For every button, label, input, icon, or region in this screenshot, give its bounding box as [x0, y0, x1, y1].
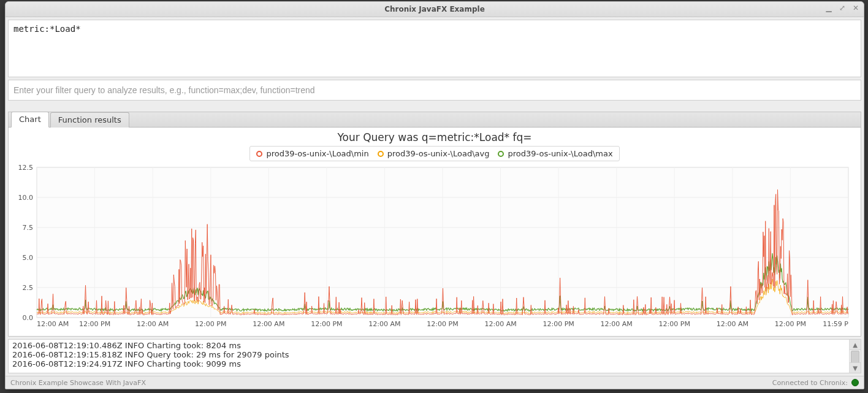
svg-text:12:00 PM: 12:00 PM	[427, 320, 458, 328]
svg-text:12:00 AM: 12:00 AM	[484, 320, 516, 328]
window-controls: ▁ ⤢ ✕	[824, 4, 860, 12]
chart-panel: Your Query was q=metric:*Load* fq= prod3…	[8, 128, 861, 337]
svg-text:5.0: 5.0	[23, 254, 34, 262]
legend-label: prod39-os-unix-\Load\max	[508, 149, 612, 158]
svg-text:12:00 PM: 12:00 PM	[775, 320, 806, 328]
status-left: Chronix Example Showcase With JavaFX	[10, 379, 146, 387]
titlebar: Chronix JavaFX Example ▁ ⤢ ✕	[6, 2, 864, 17]
legend-swatch-icon	[378, 151, 384, 157]
chart-legend: prod39-os-unix-\Load\min prod39-os-unix-…	[249, 146, 619, 161]
status-right: Connected to Chronix:	[772, 379, 859, 387]
status-bar: Chronix Example Showcase With JavaFX Con…	[6, 376, 864, 389]
svg-text:10.0: 10.0	[18, 194, 34, 202]
tabs-strip: Chart Function results	[8, 112, 861, 128]
svg-text:12:00 PM: 12:00 PM	[195, 320, 226, 328]
tab-chart[interactable]: Chart	[11, 112, 49, 128]
legend-item-avg: prod39-os-unix-\Load\avg	[378, 149, 490, 158]
minimize-icon[interactable]: ▁	[824, 4, 833, 12]
window-title: Chronix JavaFX Example	[384, 5, 485, 13]
scroll-down-icon[interactable]: ▼	[850, 362, 861, 373]
log-panel: 2016-06-08T12:19:10.486Z INFO Charting t…	[8, 339, 861, 373]
legend-swatch-icon	[256, 151, 262, 157]
content-area: Chart Function results Your Query was q=…	[6, 17, 864, 389]
chart-plot[interactable]: 0.02.55.07.510.012.512:00 AM12:00 PM12:0…	[15, 165, 855, 332]
close-icon[interactable]: ✕	[851, 4, 860, 12]
svg-text:7.5: 7.5	[23, 224, 34, 232]
legend-label: prod39-os-unix-\Load\avg	[387, 149, 490, 158]
spacer	[6, 101, 864, 112]
svg-text:0.0: 0.0	[23, 314, 34, 322]
svg-text:12:00 AM: 12:00 AM	[137, 320, 169, 328]
svg-text:12:00 AM: 12:00 AM	[368, 320, 400, 328]
svg-text:12:00 PM: 12:00 PM	[542, 320, 574, 328]
svg-text:12:00 AM: 12:00 AM	[601, 320, 633, 328]
svg-text:12.5: 12.5	[18, 165, 34, 172]
legend-item-min: prod39-os-unix-\Load\min	[256, 149, 368, 158]
legend-label: prod39-os-unix-\Load\min	[266, 149, 368, 158]
svg-text:12:00 AM: 12:00 AM	[37, 320, 69, 328]
svg-text:12:00 PM: 12:00 PM	[79, 320, 110, 328]
tab-function-results[interactable]: Function results	[50, 112, 129, 128]
svg-text:11:59 P: 11:59 P	[823, 320, 848, 328]
legend-swatch-icon	[498, 151, 504, 157]
chart-title: Your Query was q=metric:*Load* fq=	[15, 131, 855, 143]
filter-input[interactable]	[8, 80, 861, 101]
status-indicator-icon	[851, 379, 859, 386]
app-window: Chronix JavaFX Example ▁ ⤢ ✕ Chart Funct…	[5, 1, 864, 389]
log-output: 2016-06-08T12:19:10.486Z INFO Charting t…	[9, 340, 849, 373]
svg-text:12:00 PM: 12:00 PM	[659, 320, 690, 328]
maximize-icon[interactable]: ⤢	[838, 4, 847, 12]
svg-text:12:00 AM: 12:00 AM	[253, 320, 284, 328]
svg-text:12:00 PM: 12:00 PM	[311, 320, 342, 328]
legend-item-max: prod39-os-unix-\Load\max	[498, 149, 612, 158]
status-connection-label: Connected to Chronix:	[772, 379, 848, 387]
scroll-up-icon[interactable]: ▲	[850, 340, 861, 350]
svg-text:12:00 AM: 12:00 AM	[717, 320, 748, 328]
scroll-thumb[interactable]	[851, 351, 859, 363]
svg-text:2.5: 2.5	[23, 284, 34, 292]
log-scrollbar[interactable]: ▲ ▼	[849, 340, 861, 373]
query-input[interactable]	[8, 20, 861, 77]
